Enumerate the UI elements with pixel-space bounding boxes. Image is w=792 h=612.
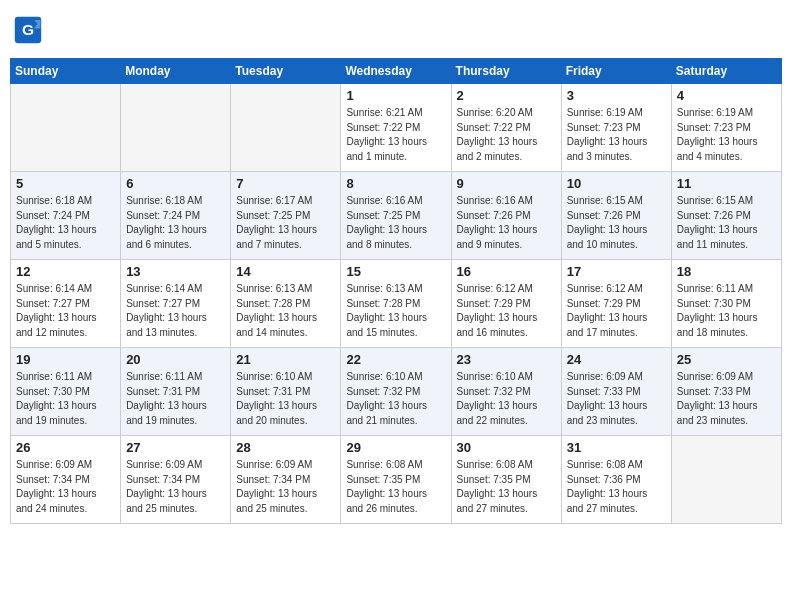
- day-number: 25: [677, 352, 776, 367]
- day-number: 4: [677, 88, 776, 103]
- day-info: Sunrise: 6:09 AM Sunset: 7:33 PM Dayligh…: [567, 370, 666, 428]
- calendar-cell: 13Sunrise: 6:14 AM Sunset: 7:27 PM Dayli…: [121, 260, 231, 348]
- calendar-cell: 8Sunrise: 6:16 AM Sunset: 7:25 PM Daylig…: [341, 172, 451, 260]
- calendar-cell: 24Sunrise: 6:09 AM Sunset: 7:33 PM Dayli…: [561, 348, 671, 436]
- day-number: 9: [457, 176, 556, 191]
- weekday-header-wednesday: Wednesday: [341, 59, 451, 84]
- day-number: 18: [677, 264, 776, 279]
- weekday-header-monday: Monday: [121, 59, 231, 84]
- calendar-cell: 27Sunrise: 6:09 AM Sunset: 7:34 PM Dayli…: [121, 436, 231, 524]
- calendar-cell: 20Sunrise: 6:11 AM Sunset: 7:31 PM Dayli…: [121, 348, 231, 436]
- calendar-cell: 4Sunrise: 6:19 AM Sunset: 7:23 PM Daylig…: [671, 84, 781, 172]
- calendar-cell: 5Sunrise: 6:18 AM Sunset: 7:24 PM Daylig…: [11, 172, 121, 260]
- day-info: Sunrise: 6:11 AM Sunset: 7:31 PM Dayligh…: [126, 370, 225, 428]
- day-info: Sunrise: 6:11 AM Sunset: 7:30 PM Dayligh…: [677, 282, 776, 340]
- day-info: Sunrise: 6:10 AM Sunset: 7:32 PM Dayligh…: [346, 370, 445, 428]
- day-number: 2: [457, 88, 556, 103]
- day-info: Sunrise: 6:08 AM Sunset: 7:36 PM Dayligh…: [567, 458, 666, 516]
- logo: G: [14, 16, 44, 44]
- day-info: Sunrise: 6:12 AM Sunset: 7:29 PM Dayligh…: [457, 282, 556, 340]
- day-number: 12: [16, 264, 115, 279]
- day-info: Sunrise: 6:21 AM Sunset: 7:22 PM Dayligh…: [346, 106, 445, 164]
- page-header: G: [10, 10, 782, 50]
- day-info: Sunrise: 6:08 AM Sunset: 7:35 PM Dayligh…: [346, 458, 445, 516]
- logo-icon: G: [14, 16, 42, 44]
- day-info: Sunrise: 6:10 AM Sunset: 7:32 PM Dayligh…: [457, 370, 556, 428]
- day-info: Sunrise: 6:11 AM Sunset: 7:30 PM Dayligh…: [16, 370, 115, 428]
- day-info: Sunrise: 6:18 AM Sunset: 7:24 PM Dayligh…: [16, 194, 115, 252]
- calendar-cell: [121, 84, 231, 172]
- day-info: Sunrise: 6:09 AM Sunset: 7:34 PM Dayligh…: [126, 458, 225, 516]
- day-info: Sunrise: 6:08 AM Sunset: 7:35 PM Dayligh…: [457, 458, 556, 516]
- calendar-cell: 26Sunrise: 6:09 AM Sunset: 7:34 PM Dayli…: [11, 436, 121, 524]
- calendar-cell: 10Sunrise: 6:15 AM Sunset: 7:26 PM Dayli…: [561, 172, 671, 260]
- calendar-cell: 15Sunrise: 6:13 AM Sunset: 7:28 PM Dayli…: [341, 260, 451, 348]
- calendar-cell: 1Sunrise: 6:21 AM Sunset: 7:22 PM Daylig…: [341, 84, 451, 172]
- day-number: 31: [567, 440, 666, 455]
- day-info: Sunrise: 6:14 AM Sunset: 7:27 PM Dayligh…: [126, 282, 225, 340]
- day-number: 11: [677, 176, 776, 191]
- day-number: 26: [16, 440, 115, 455]
- day-number: 7: [236, 176, 335, 191]
- calendar-cell: 30Sunrise: 6:08 AM Sunset: 7:35 PM Dayli…: [451, 436, 561, 524]
- day-number: 5: [16, 176, 115, 191]
- calendar-cell: 17Sunrise: 6:12 AM Sunset: 7:29 PM Dayli…: [561, 260, 671, 348]
- day-number: 27: [126, 440, 225, 455]
- day-number: 8: [346, 176, 445, 191]
- calendar-cell: 11Sunrise: 6:15 AM Sunset: 7:26 PM Dayli…: [671, 172, 781, 260]
- day-info: Sunrise: 6:09 AM Sunset: 7:34 PM Dayligh…: [16, 458, 115, 516]
- day-number: 22: [346, 352, 445, 367]
- day-info: Sunrise: 6:13 AM Sunset: 7:28 PM Dayligh…: [236, 282, 335, 340]
- calendar-cell: [11, 84, 121, 172]
- day-info: Sunrise: 6:19 AM Sunset: 7:23 PM Dayligh…: [677, 106, 776, 164]
- day-info: Sunrise: 6:19 AM Sunset: 7:23 PM Dayligh…: [567, 106, 666, 164]
- day-number: 15: [346, 264, 445, 279]
- day-number: 13: [126, 264, 225, 279]
- day-number: 29: [346, 440, 445, 455]
- day-info: Sunrise: 6:13 AM Sunset: 7:28 PM Dayligh…: [346, 282, 445, 340]
- calendar-cell: 9Sunrise: 6:16 AM Sunset: 7:26 PM Daylig…: [451, 172, 561, 260]
- day-number: 10: [567, 176, 666, 191]
- calendar-cell: [231, 84, 341, 172]
- calendar-week-2: 5Sunrise: 6:18 AM Sunset: 7:24 PM Daylig…: [11, 172, 782, 260]
- day-info: Sunrise: 6:09 AM Sunset: 7:34 PM Dayligh…: [236, 458, 335, 516]
- day-info: Sunrise: 6:09 AM Sunset: 7:33 PM Dayligh…: [677, 370, 776, 428]
- day-info: Sunrise: 6:10 AM Sunset: 7:31 PM Dayligh…: [236, 370, 335, 428]
- calendar-cell: 29Sunrise: 6:08 AM Sunset: 7:35 PM Dayli…: [341, 436, 451, 524]
- weekday-header-saturday: Saturday: [671, 59, 781, 84]
- day-number: 24: [567, 352, 666, 367]
- svg-text:G: G: [22, 21, 34, 38]
- calendar-cell: 7Sunrise: 6:17 AM Sunset: 7:25 PM Daylig…: [231, 172, 341, 260]
- calendar-cell: 6Sunrise: 6:18 AM Sunset: 7:24 PM Daylig…: [121, 172, 231, 260]
- calendar-cell: 21Sunrise: 6:10 AM Sunset: 7:31 PM Dayli…: [231, 348, 341, 436]
- day-number: 6: [126, 176, 225, 191]
- day-number: 20: [126, 352, 225, 367]
- calendar-cell: 18Sunrise: 6:11 AM Sunset: 7:30 PM Dayli…: [671, 260, 781, 348]
- day-info: Sunrise: 6:16 AM Sunset: 7:25 PM Dayligh…: [346, 194, 445, 252]
- calendar-cell: 22Sunrise: 6:10 AM Sunset: 7:32 PM Dayli…: [341, 348, 451, 436]
- calendar-cell: 31Sunrise: 6:08 AM Sunset: 7:36 PM Dayli…: [561, 436, 671, 524]
- day-number: 19: [16, 352, 115, 367]
- weekday-header-sunday: Sunday: [11, 59, 121, 84]
- day-number: 21: [236, 352, 335, 367]
- weekday-header-row: SundayMondayTuesdayWednesdayThursdayFrid…: [11, 59, 782, 84]
- day-info: Sunrise: 6:16 AM Sunset: 7:26 PM Dayligh…: [457, 194, 556, 252]
- calendar-cell: 14Sunrise: 6:13 AM Sunset: 7:28 PM Dayli…: [231, 260, 341, 348]
- calendar-week-5: 26Sunrise: 6:09 AM Sunset: 7:34 PM Dayli…: [11, 436, 782, 524]
- calendar-cell: [671, 436, 781, 524]
- calendar-week-1: 1Sunrise: 6:21 AM Sunset: 7:22 PM Daylig…: [11, 84, 782, 172]
- weekday-header-friday: Friday: [561, 59, 671, 84]
- calendar-cell: 25Sunrise: 6:09 AM Sunset: 7:33 PM Dayli…: [671, 348, 781, 436]
- day-number: 1: [346, 88, 445, 103]
- calendar-cell: 16Sunrise: 6:12 AM Sunset: 7:29 PM Dayli…: [451, 260, 561, 348]
- day-number: 17: [567, 264, 666, 279]
- calendar-cell: 12Sunrise: 6:14 AM Sunset: 7:27 PM Dayli…: [11, 260, 121, 348]
- day-number: 3: [567, 88, 666, 103]
- calendar-cell: 23Sunrise: 6:10 AM Sunset: 7:32 PM Dayli…: [451, 348, 561, 436]
- day-info: Sunrise: 6:18 AM Sunset: 7:24 PM Dayligh…: [126, 194, 225, 252]
- calendar-cell: 3Sunrise: 6:19 AM Sunset: 7:23 PM Daylig…: [561, 84, 671, 172]
- calendar-cell: 19Sunrise: 6:11 AM Sunset: 7:30 PM Dayli…: [11, 348, 121, 436]
- day-number: 28: [236, 440, 335, 455]
- day-info: Sunrise: 6:15 AM Sunset: 7:26 PM Dayligh…: [567, 194, 666, 252]
- weekday-header-tuesday: Tuesday: [231, 59, 341, 84]
